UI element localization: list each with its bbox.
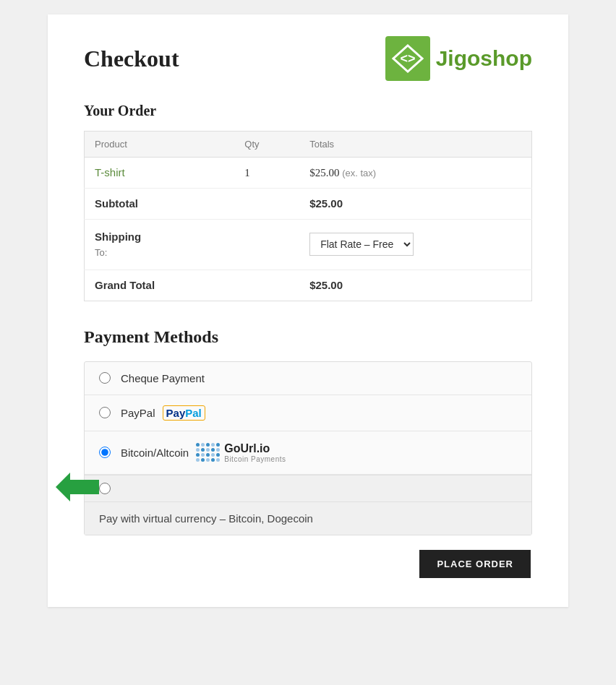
extra-radio[interactable] bbox=[99, 483, 111, 494]
paypal-radio[interactable] bbox=[99, 407, 111, 418]
grand-total-row: Grand Total $25.00 bbox=[85, 270, 532, 301]
cheque-label[interactable]: Cheque Payment bbox=[121, 372, 205, 384]
grand-total-value: $25.00 bbox=[309, 279, 343, 291]
svg-text:<>: <> bbox=[400, 51, 415, 66]
bitcoin-radio[interactable] bbox=[99, 447, 111, 458]
place-order-button[interactable]: PLACE ORDER bbox=[419, 550, 531, 578]
logo-container: <> Jigoshop bbox=[385, 36, 532, 81]
paypal-badge: PayPal bbox=[163, 405, 205, 421]
shipping-to-label: To: bbox=[95, 246, 224, 261]
order-table: Product Qty Totals T-shirt 1 $25.00 (ex.… bbox=[84, 131, 532, 301]
payment-option-bitcoin: Bitcoin/Altcoin GoUrl.io Bitcoin Payment… bbox=[85, 431, 531, 475]
product-total: $25.00 (ex. tax) bbox=[299, 158, 531, 189]
product-qty: 1 bbox=[234, 158, 299, 189]
logo-svg: <> bbox=[392, 44, 424, 73]
paypal-label[interactable]: PayPal PayPal bbox=[121, 405, 205, 421]
table-row: T-shirt 1 $25.00 (ex. tax) bbox=[85, 158, 532, 189]
logo-text: Jigoshop bbox=[436, 46, 532, 71]
arrow-row bbox=[85, 475, 531, 501]
product-name: T-shirt bbox=[95, 166, 125, 178]
subtotal-value: $25.00 bbox=[309, 197, 343, 210]
grand-total-label: Grand Total bbox=[95, 279, 155, 291]
page-wrapper: Checkout <> Jigoshop Your Order Product … bbox=[48, 14, 568, 607]
bitcoin-description: Pay with virtual currency – Bitcoin, Dog… bbox=[85, 501, 531, 535]
shipping-label-wrap: Shipping To: bbox=[95, 228, 224, 261]
header: Checkout <> Jigoshop bbox=[84, 36, 532, 81]
page-title: Checkout bbox=[84, 46, 179, 72]
shipping-row: Shipping To: Flat Rate – Free bbox=[85, 220, 532, 270]
gourl-logo: GoUrl.io Bitcoin Payments bbox=[196, 441, 286, 464]
col-header-totals: Totals bbox=[299, 132, 531, 158]
shipping-select[interactable]: Flat Rate – Free bbox=[309, 233, 414, 256]
svg-marker-2 bbox=[56, 473, 99, 501]
col-header-product: Product bbox=[85, 132, 235, 158]
cheque-radio[interactable] bbox=[99, 372, 111, 384]
subtotal-row: Subtotal $25.00 bbox=[85, 189, 532, 220]
gourl-text-wrap: GoUrl.io Bitcoin Payments bbox=[224, 441, 286, 464]
bitcoin-label[interactable]: Bitcoin/Altcoin GoUrl.io Bitcoin Payment… bbox=[121, 441, 286, 464]
gourl-dots-icon bbox=[196, 443, 220, 462]
subtotal-label: Subtotal bbox=[95, 197, 138, 210]
order-section-title: Your Order bbox=[84, 103, 532, 119]
payment-option-cheque: Cheque Payment bbox=[85, 362, 531, 395]
place-order-row: PLACE ORDER bbox=[84, 550, 532, 578]
ex-tax-label: (ex. tax) bbox=[342, 168, 376, 178]
payment-option-paypal: PayPal PayPal bbox=[85, 395, 531, 431]
col-header-qty: Qty bbox=[234, 132, 299, 158]
payment-methods-box: Cheque Payment PayPal PayPal Bitcoin/Alt… bbox=[84, 361, 532, 535]
shipping-label: Shipping bbox=[95, 228, 224, 246]
green-arrow bbox=[56, 473, 99, 504]
jigoshop-logo-icon: <> bbox=[385, 36, 430, 81]
payment-section-title: Payment Methods bbox=[84, 327, 532, 347]
